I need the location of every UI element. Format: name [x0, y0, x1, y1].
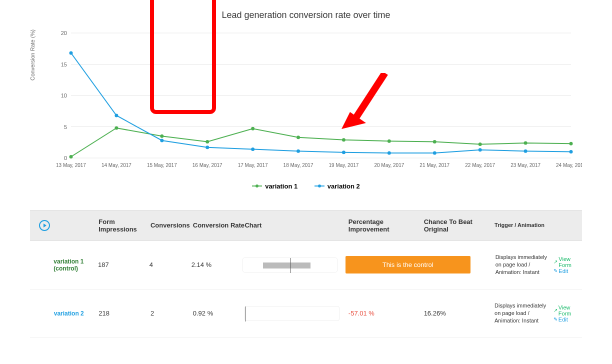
col-header-rate: Conversion Rate — [193, 222, 245, 229]
edit-icon: ✎ — [554, 316, 558, 322]
svg-point-33 — [570, 142, 573, 146]
svg-point-39 — [296, 150, 300, 153]
chart-title: Lead generation conversion rate over tim… — [30, 10, 582, 20]
svg-text:18 May, 2017: 18 May, 2017 — [284, 162, 314, 168]
svg-point-28 — [342, 138, 346, 142]
svg-point-23 — [114, 126, 118, 130]
col-header-chance: Chance To Beat Original — [424, 218, 494, 233]
svg-point-40 — [342, 150, 346, 154]
table-row: variation 1 (control) 187 4 2.14 % This … — [30, 241, 582, 290]
svg-text:17 May, 2017: 17 May, 2017 — [238, 162, 268, 168]
svg-text:15 May, 2017: 15 May, 2017 — [147, 162, 177, 168]
chance-value: 16.26% — [424, 310, 494, 317]
svg-text:19 May, 2017: 19 May, 2017 — [329, 162, 359, 168]
rate-value: 2.14 % — [192, 261, 243, 268]
y-axis-label: Conversion Rate (%) — [30, 30, 36, 80]
svg-point-38 — [251, 148, 254, 151]
svg-point-32 — [524, 142, 528, 145]
col-header-play — [35, 220, 54, 231]
row-actions: ↗View Form ✎Edit — [554, 256, 577, 274]
legend-marker-icon — [252, 186, 262, 186]
impressions-value: 218 — [98, 310, 150, 317]
svg-point-36 — [160, 139, 164, 142]
play-icon — [44, 224, 46, 228]
improvement-value: This is the control — [346, 256, 426, 274]
svg-point-45 — [570, 150, 573, 154]
svg-text:22 May, 2017: 22 May, 2017 — [465, 162, 495, 168]
variation-name[interactable]: variation 1 (control) — [54, 258, 98, 272]
svg-text:20 May, 2017: 20 May, 2017 — [374, 162, 404, 168]
svg-text:24 May, 2017: 24 May, 2017 — [556, 162, 582, 168]
view-form-link[interactable]: ↗View Form — [554, 304, 577, 316]
svg-point-27 — [296, 136, 300, 139]
table-row: variation 2 218 2 0.92 % -57.01 % 16.26%… — [30, 290, 582, 338]
svg-text:5: 5 — [64, 124, 67, 130]
col-header-conversions: Conversions — [150, 222, 193, 229]
edit-link[interactable]: ✎Edit — [554, 268, 577, 274]
svg-point-22 — [70, 155, 73, 158]
svg-text:13 May, 2017: 13 May, 2017 — [56, 162, 86, 168]
svg-point-42 — [433, 152, 436, 155]
rate-value: 0.92 % — [193, 310, 245, 317]
svg-point-43 — [478, 148, 482, 152]
svg-text:0: 0 — [64, 155, 67, 161]
svg-point-29 — [388, 140, 391, 143]
svg-text:23 May, 2017: 23 May, 2017 — [510, 162, 540, 168]
external-link-icon: ↗ — [554, 259, 558, 264]
variation-name[interactable]: variation 2 — [54, 310, 99, 317]
impressions-value: 187 — [98, 261, 150, 268]
edit-icon: ✎ — [554, 268, 558, 274]
col-header-impressions: Form Impressions — [98, 218, 150, 233]
trigger-value: Displays immediately on page load / Anim… — [494, 302, 554, 325]
svg-text:10: 10 — [61, 92, 67, 98]
external-link-icon: ↗ — [554, 308, 558, 313]
svg-point-26 — [251, 127, 254, 130]
improvement-value: -57.01 % — [348, 310, 424, 317]
view-form-link[interactable]: ↗View Form — [554, 256, 577, 268]
col-header-improvement: Percentage Improvement — [348, 218, 424, 233]
legend-marker-icon — [314, 186, 324, 186]
svg-point-41 — [388, 152, 391, 155]
svg-point-37 — [206, 146, 209, 149]
mini-chart — [244, 306, 348, 321]
svg-text:15: 15 — [61, 62, 67, 68]
col-header-trigger: Trigger / Animation — [494, 222, 554, 229]
conversions-value: 4 — [150, 261, 192, 268]
svg-text:16 May, 2017: 16 May, 2017 — [192, 162, 222, 168]
trigger-value: Displays immediately on page load / Anim… — [496, 254, 554, 276]
conversions-value: 2 — [150, 310, 193, 317]
legend-item-variation-2[interactable]: variation 2 — [314, 182, 360, 190]
chart-svg: 0510152013 May, 201714 May, 201715 May, … — [50, 28, 582, 178]
col-header-chart: Chart — [244, 222, 348, 229]
chart-section: Lead generation conversion rate over tim… — [30, 10, 582, 190]
svg-point-34 — [70, 52, 73, 55]
svg-point-35 — [114, 114, 118, 118]
mini-chart — [242, 258, 345, 272]
table-header-row: Form Impressions Conversions Conversion … — [30, 210, 582, 241]
play-all-button[interactable] — [39, 220, 50, 231]
legend-item-variation-1[interactable]: variation 1 — [252, 182, 298, 190]
svg-point-25 — [206, 140, 209, 144]
chart-legend: variation 1 variation 2 — [30, 180, 582, 190]
chart-plot-area: Conversion Rate (%) 0510152013 May, 2017… — [50, 28, 582, 178]
svg-text:21 May, 2017: 21 May, 2017 — [420, 162, 450, 168]
svg-point-44 — [524, 150, 528, 153]
edit-link[interactable]: ✎Edit — [554, 316, 577, 322]
svg-text:20: 20 — [61, 30, 67, 36]
row-actions: ↗View Form ✎Edit — [554, 304, 577, 322]
svg-point-24 — [160, 134, 164, 138]
control-badge: This is the control — [346, 256, 470, 274]
results-table: Form Impressions Conversions Conversion … — [30, 210, 582, 338]
svg-point-31 — [478, 142, 482, 146]
svg-point-30 — [433, 140, 436, 144]
svg-text:14 May, 2017: 14 May, 2017 — [102, 162, 132, 168]
